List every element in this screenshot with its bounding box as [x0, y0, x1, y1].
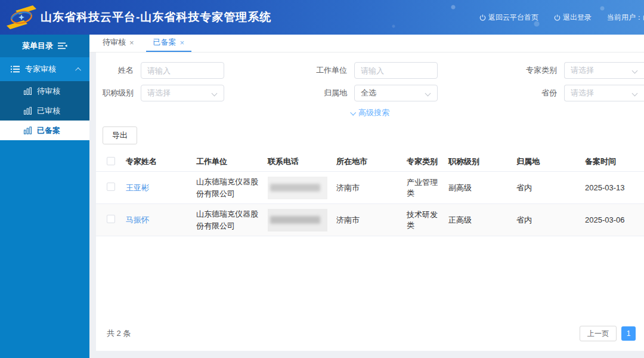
row-checkbox[interactable]: [107, 183, 115, 191]
col-expert-name: 专家姓名: [126, 156, 196, 167]
pagination: 上一页 1: [580, 326, 636, 341]
work-unit-input[interactable]: [361, 66, 431, 75]
select-value: 请选择: [571, 88, 594, 98]
page-number-button[interactable]: 1: [621, 326, 636, 341]
col-record-date: 备案时间: [585, 156, 644, 167]
return-home-label: 返回云平台首页: [488, 13, 538, 23]
search-form: 姓名 工作单位: [96, 53, 644, 122]
menu-directory-label: 菜单目录: [22, 41, 53, 51]
sidebar-item-pending-review[interactable]: 待审核: [0, 81, 89, 101]
menu-directory-header[interactable]: 菜单目录: [0, 35, 89, 57]
name-input-wrap: [141, 62, 224, 79]
chevron-down-icon: [212, 91, 218, 97]
sidebar-group-label: 专家审核: [25, 64, 56, 75]
table-row: 马振怀 山东德瑞克仪器股份有限公司 济南市 技术研发类 正高级 省内 2025-…: [96, 204, 644, 236]
sidebar-item-label: 待审核: [37, 86, 60, 97]
belonging-field-label: 归属地: [224, 88, 354, 98]
city-cell: 济南市: [336, 183, 407, 193]
company-cell: 山东德瑞克仪器股份有限公司: [196, 172, 268, 203]
app-header: 山东省科技云平台-山东省科技专家管理系统 返回云平台首页 退出登录 当前用户：山…: [0, 0, 644, 35]
power-icon: [554, 14, 561, 21]
col-category: 专家类别: [407, 156, 448, 167]
tab-filed[interactable]: 已备案 ×: [146, 34, 192, 52]
list-icon: [11, 66, 20, 73]
header-links: 返回云平台首页 退出登录 当前用户：山东: [479, 13, 644, 23]
belonging-select[interactable]: 全选: [354, 85, 438, 101]
work-unit-input-wrap: [354, 62, 438, 79]
prev-page-button[interactable]: 上一页: [580, 326, 617, 341]
table-header-row: 专家姓名 工作单位 联系电话 所在地市 专家类别 职称级别 归属地 备案时间: [96, 152, 644, 172]
experts-table: 专家姓名 工作单位 联系电话 所在地市 专家类别 职称级别 归属地 备案时间 王…: [96, 152, 644, 236]
page-title: 山东省科技云平台-山东省科技专家管理系统: [41, 10, 271, 25]
expert-name-link[interactable]: 王亚彬: [126, 183, 149, 192]
sidebar-item-label: 已备案: [37, 125, 60, 136]
advanced-search-label: 高级搜索: [358, 107, 389, 118]
select-value: 全选: [361, 88, 376, 98]
total-count-label: 共 2 条: [107, 328, 131, 339]
bar-chart-icon: [24, 126, 32, 134]
expert-category-select[interactable]: 请选择: [564, 62, 644, 79]
select-all-checkbox[interactable]: [107, 157, 115, 165]
col-belonging: 归属地: [516, 156, 585, 167]
record-date-cell: 2025-03-13: [585, 183, 644, 192]
chevron-down-icon: [350, 109, 356, 115]
sidebar-group-expert-review[interactable]: 专家审核: [0, 57, 89, 81]
sidebar: 菜单目录 专家审核: [0, 35, 89, 358]
belonging-cell: 省内: [516, 215, 585, 226]
belonging-cell: 省内: [516, 183, 585, 193]
category-cell: 产业管理类: [407, 177, 448, 199]
bar-chart-icon: [24, 107, 32, 115]
table-toolbar: 导出: [96, 122, 644, 144]
expert-name-link[interactable]: 马振怀: [126, 215, 149, 224]
chevron-down-icon: [632, 91, 638, 97]
table-footer: 共 2 条 上一页 1: [96, 326, 644, 351]
chevron-up-icon: [75, 67, 81, 73]
sidebar-item-reviewed[interactable]: 已审核: [0, 101, 89, 121]
tab-pending-review[interactable]: 待审核 ×: [95, 34, 141, 52]
bar-chart-icon: [24, 87, 32, 95]
row-checkbox[interactable]: [107, 215, 115, 223]
tab-label: 待审核: [103, 37, 126, 48]
platform-logo-icon: [5, 4, 38, 31]
select-value: 请选择: [571, 65, 594, 76]
province-select[interactable]: 请选择: [564, 85, 644, 101]
title-level-field-label: 职称级别: [96, 88, 141, 98]
select-value: 请选择: [147, 88, 171, 98]
phone-cell: [268, 209, 336, 232]
expert-category-field-label: 专家类别: [438, 65, 564, 76]
advanced-search-toggle[interactable]: 高级搜索: [96, 104, 644, 122]
logout-link[interactable]: 退出登录: [554, 13, 592, 23]
redacted-phone: [268, 177, 327, 199]
sidebar-submenu: 待审核 已审核 已备案: [0, 81, 89, 140]
col-work-unit: 工作单位: [196, 156, 268, 167]
main-card: 姓名 工作单位: [96, 53, 644, 351]
record-date-cell: 2025-03-06: [585, 215, 644, 224]
close-icon[interactable]: ×: [129, 39, 134, 47]
tab-label: 已备案: [153, 37, 177, 48]
title-level-cell: 正高级: [448, 215, 516, 226]
title-level-select[interactable]: 请选择: [141, 85, 224, 101]
company-cell: 山东德瑞克仪器股份有限公司: [196, 204, 268, 236]
col-phone: 联系电话: [268, 156, 336, 167]
chevron-down-icon: [425, 91, 431, 97]
province-field-label: 省份: [438, 88, 564, 98]
menu-fold-icon: [58, 42, 67, 50]
work-unit-field-label: 工作单位: [224, 65, 354, 76]
return-home-link[interactable]: 返回云平台首页: [479, 13, 538, 23]
phone-cell: [268, 177, 336, 199]
close-icon[interactable]: ×: [180, 39, 185, 47]
city-cell: 济南市: [336, 215, 407, 226]
tab-bar: 待审核 × 已备案 ×: [89, 35, 644, 53]
chevron-down-icon: [632, 68, 638, 74]
name-input[interactable]: [147, 66, 218, 75]
col-title-level: 职称级别: [448, 156, 516, 167]
sidebar-item-filed[interactable]: 已备案: [0, 121, 89, 140]
export-button[interactable]: 导出: [103, 126, 137, 144]
name-field-label: 姓名: [96, 65, 141, 76]
title-level-cell: 副高级: [448, 183, 516, 193]
current-user-label: 当前用户：山东: [607, 13, 644, 23]
sidebar-item-label: 已审核: [37, 106, 60, 116]
table-row: 王亚彬 山东德瑞克仪器股份有限公司 济南市 产业管理类 副高级 省内 2025-…: [96, 172, 644, 204]
redacted-phone: [268, 209, 327, 232]
power-icon: [479, 14, 486, 21]
